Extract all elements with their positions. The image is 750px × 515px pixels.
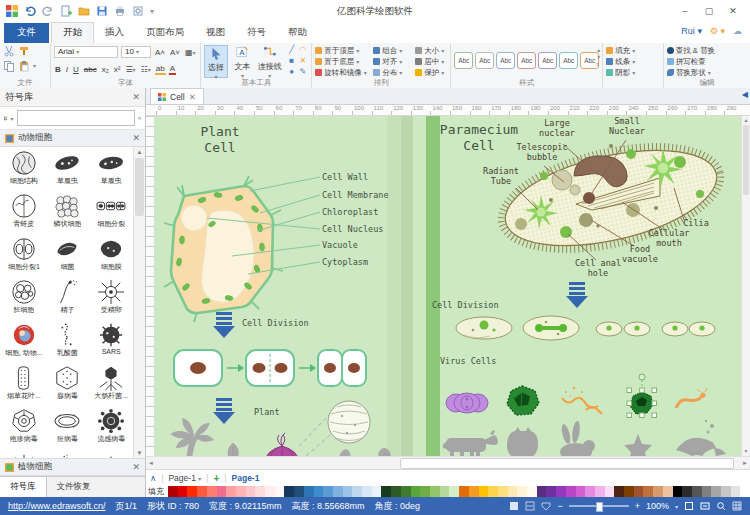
scroll-down-icon[interactable]: ▼ xyxy=(742,447,750,456)
palette-swatch[interactable] xyxy=(585,486,595,497)
palette-swatch[interactable] xyxy=(721,486,731,497)
find-replace-button[interactable]: 查找 & 替换 xyxy=(667,45,747,56)
library-picker-dropdown-icon[interactable]: ▾ xyxy=(10,115,13,122)
style-scroll-up-icon[interactable]: ▲ xyxy=(596,47,601,53)
reading-view-icon[interactable] xyxy=(525,501,535,511)
palette-swatch[interactable] xyxy=(643,486,653,497)
symbol-item[interactable]: 草履虫 xyxy=(46,149,90,192)
subscript-button[interactable]: x₂ xyxy=(101,65,110,74)
symbol-search-input[interactable] xyxy=(17,110,135,126)
tab-file-recovery[interactable]: 文件恢复 xyxy=(47,477,101,497)
add-page-button[interactable]: + xyxy=(213,473,219,484)
scroll-up-icon[interactable]: ▲ xyxy=(742,116,750,125)
magnifier-icon[interactable] xyxy=(716,501,726,511)
section-close-icon[interactable]: ✕ xyxy=(132,133,140,143)
document-tab-cell[interactable]: Cell ✕ xyxy=(150,88,204,104)
print-icon[interactable] xyxy=(114,5,126,17)
palette-swatch[interactable] xyxy=(517,486,527,497)
zoom-slider-thumb[interactable] xyxy=(596,502,603,512)
palette-swatch[interactable] xyxy=(284,486,294,497)
palette-swatch[interactable] xyxy=(673,486,683,497)
spell-check-button[interactable]: 拼写检查 xyxy=(667,56,747,67)
section-close-icon[interactable]: ✕ xyxy=(132,462,140,472)
tab-scroll-left-icon[interactable]: ◀ xyxy=(742,90,748,99)
symbol-item[interactable]: 痘病毒 xyxy=(46,407,90,450)
zoom-in-button[interactable]: + xyxy=(635,501,640,511)
palette-swatch[interactable] xyxy=(498,486,508,497)
fill-button[interactable]: 填充▾ xyxy=(606,45,660,56)
shadow-button[interactable]: 阴影▾ xyxy=(606,67,660,78)
symbol-item[interactable]: 大肠杆菌... xyxy=(89,364,133,407)
palette-swatch[interactable] xyxy=(197,486,207,497)
font-color-button[interactable]: A xyxy=(169,64,176,75)
palette-swatch[interactable] xyxy=(265,486,275,497)
symbol-item[interactable]: 细胞结构 xyxy=(2,149,46,192)
palette-swatch[interactable] xyxy=(440,486,450,497)
palette-swatch[interactable] xyxy=(226,486,236,497)
style-preset-button[interactable]: Abc xyxy=(496,52,515,69)
replace-shape-button[interactable]: 替换形状▾ xyxy=(667,67,747,78)
font-size-select[interactable]: 10 ▾ xyxy=(121,46,151,58)
italic-button[interactable]: I xyxy=(65,65,69,74)
font-family-select[interactable]: Arial ▾ xyxy=(54,46,118,58)
palette-swatch[interactable] xyxy=(634,486,644,497)
paste-dropdown-icon[interactable]: ▾ xyxy=(33,62,36,69)
palette-swatch[interactable] xyxy=(178,486,188,497)
palette-swatch[interactable] xyxy=(314,486,324,497)
cloud-icon[interactable]: ☁ xyxy=(733,26,742,36)
palette-swatch[interactable] xyxy=(343,486,353,497)
symbol-item[interactable]: 草履虫 xyxy=(89,149,133,192)
collapse-pages-icon[interactable]: ∧ xyxy=(150,473,156,483)
arrange-7[interactable]: 分布▾ xyxy=(373,67,415,78)
style-preset-button[interactable]: Abc xyxy=(559,52,578,69)
print-preview-icon[interactable] xyxy=(132,5,144,17)
pen-tool-icon[interactable]: ✎ xyxy=(297,67,308,77)
palette-swatch[interactable] xyxy=(304,486,314,497)
palette-swatch[interactable] xyxy=(420,486,430,497)
zoom-level[interactable]: 100% xyxy=(646,501,669,511)
palette-swatch[interactable] xyxy=(576,486,586,497)
palette-swatch[interactable] xyxy=(469,486,479,497)
scroll-left-icon[interactable]: ◄ xyxy=(148,457,154,469)
bold-button[interactable]: B xyxy=(54,65,62,74)
scroll-thumb[interactable] xyxy=(135,158,144,216)
symbol-item[interactable]: 细菌 xyxy=(46,235,90,278)
tab-view[interactable]: 视图 xyxy=(195,23,236,43)
style-more-icon[interactable]: ≡ xyxy=(596,61,601,67)
tab-help[interactable]: 帮助 xyxy=(277,23,318,43)
zoom-slider[interactable] xyxy=(569,505,629,507)
symbol-item[interactable]: 受精卵 xyxy=(89,278,133,321)
palette-swatch[interactable] xyxy=(401,486,411,497)
arrange-3[interactable]: 置于底层▾ xyxy=(315,56,373,67)
text-tool-button[interactable]: A 文本▾ xyxy=(232,45,254,78)
palette-swatch[interactable] xyxy=(731,486,741,497)
palette-swatch[interactable] xyxy=(352,486,362,497)
palette-swatch[interactable] xyxy=(605,486,615,497)
palette-swatch[interactable] xyxy=(595,486,605,497)
drawing-area[interactable]: Plant Cell Cell Wall Cell Membrane Chlor… xyxy=(146,116,750,456)
page-selector[interactable]: Page-1 ▾ xyxy=(168,473,201,483)
undo-icon[interactable] xyxy=(24,5,36,17)
palette-swatch[interactable] xyxy=(692,486,702,497)
symbol-item[interactable]: 疱疹病毒 xyxy=(2,407,46,450)
symbol-item[interactable]: 流感病毒 xyxy=(89,407,133,450)
palette-swatch[interactable] xyxy=(508,486,518,497)
document-tab-close-icon[interactable]: ✕ xyxy=(189,92,196,102)
palette-swatch[interactable] xyxy=(459,486,469,497)
redo-icon[interactable] xyxy=(42,5,54,17)
palette-swatch[interactable] xyxy=(391,486,401,497)
edrawsoft-link[interactable]: http://www.edrawsoft.cn/ xyxy=(8,501,106,511)
grid-view-icon[interactable] xyxy=(732,501,742,511)
palette-swatch[interactable] xyxy=(275,486,285,497)
symbol-item[interactable]: SARS xyxy=(89,321,133,364)
zoom-out-button[interactable]: − xyxy=(557,501,562,511)
symbol-item[interactable]: 细胞分裂 xyxy=(89,192,133,235)
palette-swatch[interactable] xyxy=(246,486,256,497)
palette-swatch[interactable] xyxy=(566,486,576,497)
palette-swatch[interactable] xyxy=(537,486,547,497)
normal-view-icon[interactable] xyxy=(509,501,519,511)
symbol-item[interactable] xyxy=(89,450,133,458)
close-button[interactable]: ✕ xyxy=(722,4,744,19)
symbol-item[interactable] xyxy=(2,450,46,458)
style-scroll-down-icon[interactable]: ▼ xyxy=(596,54,601,60)
